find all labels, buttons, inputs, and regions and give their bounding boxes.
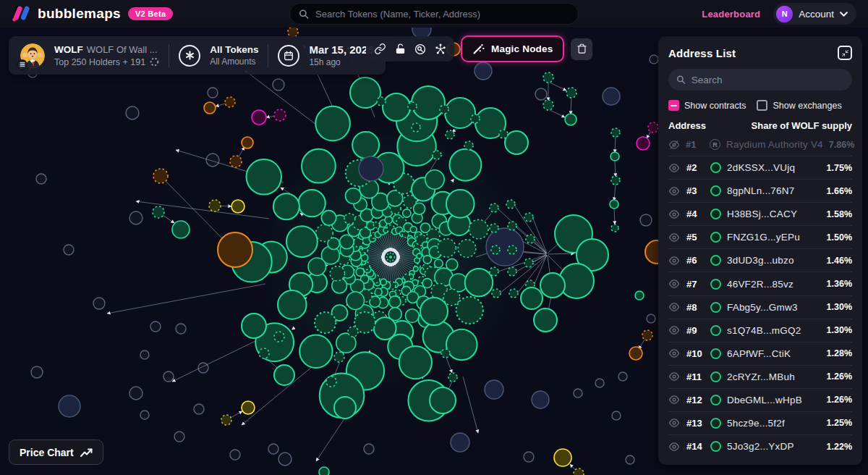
bubble[interactable]: [451, 433, 469, 452]
address-label[interactable]: 8gpNLn...76N7: [727, 185, 794, 196]
address-row[interactable]: #5 R FNZG1G...yEPu 1.50%: [668, 226, 852, 249]
bubble[interactable]: [449, 149, 481, 181]
bubble[interactable]: [469, 219, 488, 239]
visibility-toggle[interactable]: [668, 325, 681, 335]
address-row[interactable]: #4 R H38BSj...CACY 1.58%: [668, 203, 852, 226]
bubble[interactable]: [458, 240, 476, 258]
bubble[interactable]: [534, 308, 557, 332]
bubble[interactable]: [359, 156, 383, 181]
address-row[interactable]: #8 R FAbg5y...Gmw3 1.30%: [668, 296, 852, 319]
bubble[interactable]: [345, 188, 361, 204]
token-info-card[interactable]: WOLF WOLF Of Wall ... Top 250 Holders + …: [9, 36, 386, 75]
bubble[interactable]: [399, 346, 432, 379]
bubble[interactable]: [194, 404, 204, 414]
bubble[interactable]: [126, 106, 139, 119]
bubble[interactable]: [230, 156, 242, 167]
bubble[interactable]: [208, 88, 218, 98]
visibility-toggle[interactable]: [668, 418, 681, 428]
bubble[interactable]: [274, 109, 286, 121]
bubble[interactable]: [635, 291, 644, 300]
bubble[interactable]: [36, 174, 46, 184]
bubble[interactable]: [356, 268, 364, 276]
bubble[interactable]: [247, 159, 282, 195]
address-label[interactable]: H38BSj...CACY: [727, 209, 797, 219]
bubble[interactable]: [31, 366, 43, 378]
bubble[interactable]: [490, 224, 498, 232]
bubble[interactable]: [433, 151, 441, 159]
bubble[interactable]: [440, 105, 448, 114]
bubble[interactable]: [640, 214, 652, 226]
bubble[interactable]: [377, 97, 386, 106]
bubble[interactable]: [414, 203, 425, 214]
bubble[interactable]: [611, 128, 620, 137]
bubble[interactable]: [129, 387, 142, 400]
bubble[interactable]: [475, 62, 492, 80]
bubble[interactable]: [129, 211, 142, 224]
address-label[interactable]: 46VF2R...85vz: [727, 279, 793, 290]
bubble[interactable]: [273, 193, 299, 219]
bubble[interactable]: [350, 77, 380, 108]
bubble[interactable]: [441, 349, 450, 358]
bubble[interactable]: [417, 253, 422, 258]
brand-logo[interactable]: bubblemaps: [12, 5, 121, 22]
bubble[interactable]: [445, 98, 475, 128]
show-contracts-checkbox[interactable]: Show contracts: [668, 100, 746, 111]
address-row[interactable]: #2 R 2dKSSX...VUjq 1.75%: [668, 156, 852, 180]
bubble[interactable]: [315, 312, 336, 333]
bubble[interactable]: [330, 266, 344, 281]
bubble[interactable]: [637, 137, 650, 150]
bubble[interactable]: [153, 169, 168, 183]
collapse-panel-button[interactable]: [838, 46, 852, 60]
visibility-toggle[interactable]: [668, 302, 681, 312]
bubble[interactable]: [93, 298, 105, 309]
bubble[interactable]: [612, 411, 621, 420]
bubble[interactable]: [526, 235, 535, 243]
bubble[interactable]: [446, 329, 477, 361]
bubble[interactable]: [204, 102, 216, 114]
bubble[interactable]: [490, 267, 498, 276]
address-row[interactable]: #13 R 5hcz9e...5f2f 1.25%: [668, 412, 852, 435]
bubble[interactable]: [383, 93, 410, 121]
bubble[interactable]: [230, 450, 240, 460]
bubble[interactable]: [206, 154, 219, 167]
visibility-toggle[interactable]: [668, 279, 681, 289]
checkbox-checked[interactable]: [668, 100, 679, 111]
inspect-button[interactable]: [410, 39, 430, 59]
bubble[interactable]: [524, 258, 533, 267]
bubble[interactable]: [610, 200, 618, 209]
bubble[interactable]: [259, 348, 269, 358]
bubble[interactable]: [626, 455, 634, 464]
bubble[interactable]: [278, 290, 307, 319]
bubble[interactable]: [506, 200, 515, 209]
address-label[interactable]: 5hcz9e...5f2f: [727, 418, 785, 429]
bubble[interactable]: [464, 141, 473, 150]
address-row[interactable]: #3 R 8gpNLn...76N7 1.66%: [668, 180, 852, 203]
bubble[interactable]: [242, 401, 255, 414]
bubble[interactable]: [242, 314, 266, 338]
bubble[interactable]: [344, 214, 355, 224]
address-label[interactable]: 2cRYZr...MBuh: [727, 371, 795, 382]
visibility-toggle[interactable]: [668, 371, 681, 382]
bubble[interactable]: [412, 123, 420, 132]
bubble[interactable]: [221, 415, 231, 425]
bubble[interactable]: [231, 200, 244, 213]
address-row[interactable]: #6 R 3dUD3g...ubzo 1.46%: [668, 249, 852, 272]
bubble[interactable]: [471, 114, 480, 123]
cluster-button[interactable]: [430, 39, 451, 59]
bubble[interactable]: [163, 371, 174, 382]
bubble[interactable]: [389, 296, 401, 308]
bubble[interactable]: [566, 88, 576, 98]
address-label[interactable]: 3dUD3g...ubzo: [727, 255, 794, 266]
bubble[interactable]: [532, 391, 549, 408]
bubble[interactable]: [274, 332, 284, 342]
bubble[interactable]: [490, 203, 498, 212]
bubble[interactable]: [434, 259, 443, 268]
price-chart-button[interactable]: Price Chart: [9, 440, 103, 465]
bubble[interactable]: [465, 269, 493, 297]
bubble[interactable]: [540, 273, 565, 298]
bubble[interactable]: [565, 114, 576, 125]
bubble[interactable]: [446, 130, 454, 139]
bubble[interactable]: [274, 365, 294, 385]
bubble[interactable]: [524, 452, 534, 462]
bubble[interactable]: [140, 411, 149, 419]
